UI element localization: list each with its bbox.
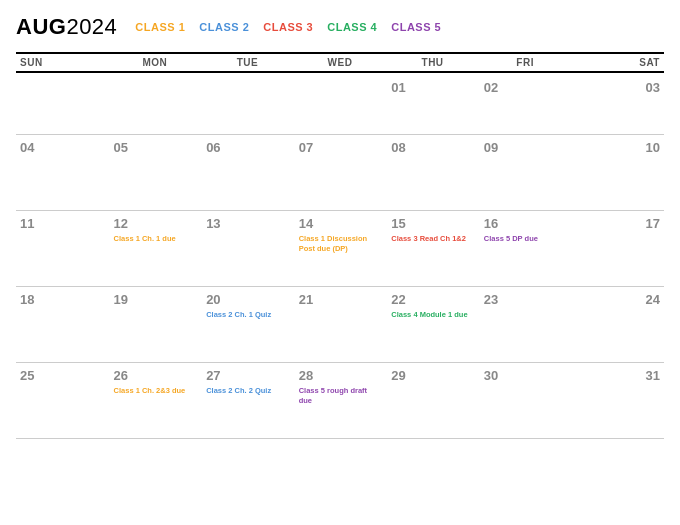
calendar-cell: 27Class 2 Ch. 2 Quiz [201,363,294,438]
cell-date: 11 [20,216,104,231]
cell-date: 15 [391,216,474,231]
calendar-cell: 14Class 1 Discussion Post due (DP) [294,211,387,286]
calendar-cell: 20Class 2 Ch. 1 Quiz [201,287,294,362]
calendar-cell: 15Class 3 Read Ch 1&2 [386,211,479,286]
calendar-header: AUG2024 CLASS 1CLASS 2CLASS 3CLASS 4CLAS… [16,14,664,40]
cell-date: 16 [484,216,567,231]
calendar-cell: 04 [16,135,109,210]
year-label: 2024 [66,14,117,39]
calendar-cell: 21 [294,287,387,362]
cell-date: 29 [391,368,474,383]
calendar-cell: 31 [571,363,664,438]
cell-date: 01 [391,80,474,95]
calendar: AUG2024 CLASS 1CLASS 2CLASS 3CLASS 4CLAS… [0,0,680,525]
calendar-event: Class 2 Ch. 2 Quiz [206,386,289,396]
cell-date: 13 [206,216,289,231]
day-name: FRI [479,57,572,68]
calendar-cell: 30 [479,363,572,438]
calendar-cell: 28Class 5 rough draft due [294,363,387,438]
cell-date: 14 [299,216,382,231]
calendar-event: Class 5 rough draft due [299,386,382,406]
legend-item: CLASS 4 [327,21,377,33]
week-row: 181920Class 2 Ch. 1 Quiz2122Class 4 Modu… [16,287,664,363]
cell-date: 20 [206,292,289,307]
calendar-cell: 23 [479,287,572,362]
weeks-container: 010203040506070809101112Class 1 Ch. 1 du… [16,75,664,439]
calendar-cell [16,75,109,134]
calendar-cell [294,75,387,134]
calendar-event: Class 1 Discussion Post due (DP) [299,234,382,254]
days-header: SUNMONTUEWEDTHUFRISAT [16,52,664,73]
calendar-cell: 01 [386,75,479,134]
calendar-cell: 03 [571,75,664,134]
calendar-cell: 25 [16,363,109,438]
cell-date: 08 [391,140,474,155]
cell-date: 30 [484,368,567,383]
calendar-cell: 09 [479,135,572,210]
cell-date: 25 [20,368,104,383]
week-row: 2526Class 1 Ch. 2&3 due27Class 2 Ch. 2 Q… [16,363,664,439]
legend: CLASS 1CLASS 2CLASS 3CLASS 4CLASS 5 [135,21,441,33]
cell-date: 05 [114,140,197,155]
week-row: 010203 [16,75,664,135]
calendar-event: Class 5 DP due [484,234,567,244]
cell-date: 09 [484,140,567,155]
calendar-event: Class 1 Ch. 2&3 due [114,386,197,396]
calendar-cell: 06 [201,135,294,210]
cell-date: 02 [484,80,567,95]
calendar-cell: 08 [386,135,479,210]
calendar-event: Class 4 Module 1 due [391,310,474,320]
day-name: WED [294,57,387,68]
calendar-cell [109,75,202,134]
calendar-cell: 17 [571,211,664,286]
calendar-cell [201,75,294,134]
calendar-cell: 10 [571,135,664,210]
cell-date: 19 [114,292,197,307]
day-name: SAT [571,57,664,68]
cell-date: 18 [20,292,104,307]
calendar-cell: 18 [16,287,109,362]
cell-date: 24 [576,292,660,307]
calendar-cell: 07 [294,135,387,210]
calendar-cell: 02 [479,75,572,134]
calendar-cell: 05 [109,135,202,210]
cell-date: 12 [114,216,197,231]
month-label: AUG [16,14,66,39]
legend-item: CLASS 3 [263,21,313,33]
cell-date: 21 [299,292,382,307]
calendar-event: Class 2 Ch. 1 Quiz [206,310,289,320]
cell-date: 17 [576,216,660,231]
calendar-cell: 11 [16,211,109,286]
day-name: SUN [16,57,109,68]
legend-item: CLASS 1 [135,21,185,33]
cell-date: 27 [206,368,289,383]
month-year: AUG2024 [16,14,117,40]
cell-date: 23 [484,292,567,307]
cell-date: 22 [391,292,474,307]
calendar-cell: 13 [201,211,294,286]
cell-date: 04 [20,140,104,155]
calendar-event: Class 1 Ch. 1 due [114,234,197,244]
calendar-cell: 24 [571,287,664,362]
cell-date: 26 [114,368,197,383]
cell-date: 07 [299,140,382,155]
day-name: MON [109,57,202,68]
cell-date: 31 [576,368,660,383]
week-row: 04050607080910 [16,135,664,211]
calendar-cell: 19 [109,287,202,362]
calendar-cell: 22Class 4 Module 1 due [386,287,479,362]
week-row: 1112Class 1 Ch. 1 due1314Class 1 Discuss… [16,211,664,287]
calendar-cell: 12Class 1 Ch. 1 due [109,211,202,286]
legend-item: CLASS 2 [199,21,249,33]
calendar-cell: 29 [386,363,479,438]
legend-item: CLASS 5 [391,21,441,33]
cell-date: 10 [576,140,660,155]
cell-date: 28 [299,368,382,383]
calendar-event: Class 3 Read Ch 1&2 [391,234,474,244]
calendar-cell: 26Class 1 Ch. 2&3 due [109,363,202,438]
cell-date: 03 [576,80,660,95]
calendar-cell: 16Class 5 DP due [479,211,572,286]
day-name: TUE [201,57,294,68]
cell-date: 06 [206,140,289,155]
day-name: THU [386,57,479,68]
